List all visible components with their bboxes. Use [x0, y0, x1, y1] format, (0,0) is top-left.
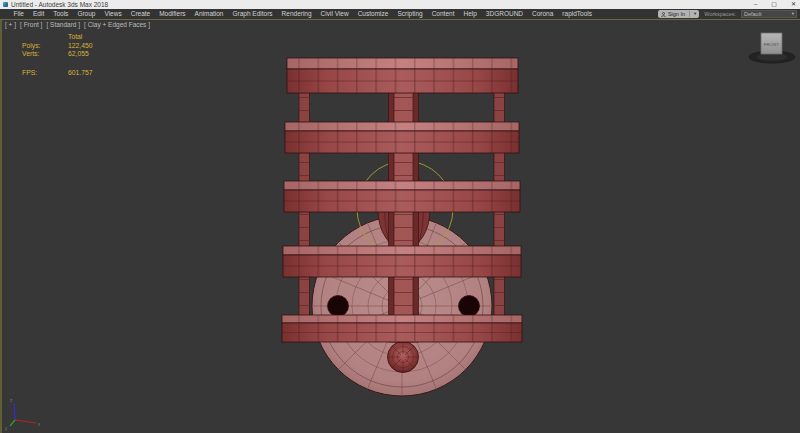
stats-header: Total [68, 33, 93, 40]
axis-z-label: z [10, 398, 13, 403]
viewport-label: [ + ] [ Front ] [ Standard ] [ Clay + Ed… [5, 21, 150, 28]
model-wireframe[interactable] [282, 58, 522, 396]
menu-tools[interactable]: Tools [49, 9, 73, 19]
minimize-button[interactable]: – [754, 0, 757, 9]
active-viewport-border-left [0, 20, 2, 433]
menu-group[interactable]: Group [73, 9, 100, 19]
statistics-overlay: Total Polys: 122,450 Verts: 62,055 FPS: … [22, 33, 93, 76]
titlebar: Untitled - Autodesk 3ds Max 2018 – ▢ ✕ [0, 0, 800, 9]
menu-rendering[interactable]: Rendering [277, 9, 316, 19]
maximize-button[interactable]: ▢ [771, 0, 777, 9]
workspace-value: Default [744, 11, 761, 17]
user-icon [661, 12, 666, 17]
workspaces-label: Workspaces: [704, 11, 736, 17]
menu-content[interactable]: Content [427, 9, 459, 19]
model-bar-5 [282, 315, 522, 342]
menu-modifiers[interactable]: Modifiers [155, 9, 190, 19]
stats-fps-label: FPS: [22, 69, 68, 76]
menu-animation[interactable]: Animation [190, 9, 228, 19]
model-bar-4 [283, 246, 521, 277]
stats-verts-value: 62,055 [68, 50, 93, 57]
axis-y-label: y [5, 426, 8, 431]
viewport-menu-general[interactable]: [ + ] [5, 21, 16, 28]
model-bar-1 [287, 58, 518, 93]
chevron-down-icon[interactable]: ▾ [694, 10, 696, 18]
window-title: Untitled - Autodesk 3ds Max 2018 [11, 0, 108, 9]
viewcube-front-label: FRONT [764, 42, 780, 47]
menu-help[interactable]: Help [459, 9, 481, 19]
viewport-menu-renderer[interactable]: [ Standard ] [46, 21, 80, 28]
menu-civil-view[interactable]: Civil View [316, 9, 353, 19]
menu-create[interactable]: Create [126, 9, 155, 19]
menu-scripting[interactable]: Scripting [393, 9, 427, 19]
divider [689, 11, 690, 17]
menu-edit[interactable]: Edit [28, 9, 48, 19]
sign-in-button[interactable]: Sign In ▾ [658, 10, 699, 18]
menu-file[interactable]: File [9, 9, 28, 19]
model-bar-3 [284, 181, 520, 212]
viewport-canvas[interactable]: FRONT z x y [0, 20, 800, 433]
stats-polys-value: 122,450 [68, 42, 93, 49]
stats-fps-value: 601.757 [68, 69, 93, 76]
menu-3dground[interactable]: 3DGROUND [481, 9, 527, 19]
workspace-select[interactable]: Default ▾ [741, 10, 797, 18]
menu-bar: File Edit Tools Group Views Create Modif… [0, 9, 800, 19]
model-bar-2 [285, 122, 519, 153]
menu-customize[interactable]: Customize [353, 9, 393, 19]
sign-in-label: Sign In [668, 11, 685, 17]
menu-graph-editors[interactable]: Graph Editors [228, 9, 277, 19]
close-button[interactable]: ✕ [791, 0, 796, 9]
model-knob-sphere [388, 342, 419, 373]
viewport-front[interactable]: [ + ] [ Front ] [ Standard ] [ Clay + Ed… [0, 20, 800, 433]
world-axis-tripod: z x y [5, 398, 41, 431]
viewport-menu-shading[interactable]: [ Clay + Edged Faces ] [84, 21, 150, 28]
menu-corona[interactable]: Corona [528, 9, 558, 19]
3dsmax-app-icon [3, 2, 8, 7]
menu-views[interactable]: Views [100, 9, 126, 19]
3dsmax-window: Untitled - Autodesk 3ds Max 2018 – ▢ ✕ F… [0, 0, 800, 433]
stats-polys-label: Polys: [22, 42, 68, 49]
stats-verts-label: Verts: [22, 50, 68, 57]
menu-rapidtools[interactable]: rapidTools [558, 9, 597, 19]
viewport-menu-pov[interactable]: [ Front ] [20, 21, 42, 28]
viewcube[interactable]: FRONT [749, 33, 795, 63]
model-hole-left [328, 296, 349, 317]
chevron-down-icon: ▾ [792, 10, 794, 18]
model-hole-right [459, 296, 480, 317]
axis-x-label: x [38, 422, 41, 427]
